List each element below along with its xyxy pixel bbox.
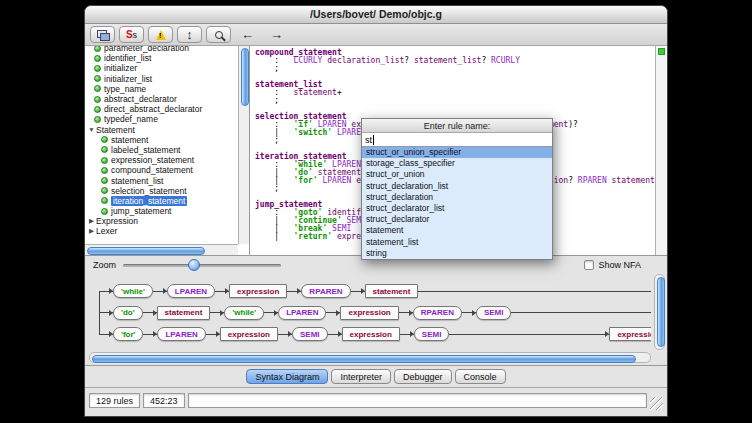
tab-debugger[interactable]: Debugger <box>394 369 452 384</box>
diagram-connector <box>210 312 224 313</box>
rule-suggestion[interactable]: struct_or_union_specifier <box>362 147 552 158</box>
diagram-node-LPAREN[interactable]: LPAREN <box>167 284 215 298</box>
tree-item-abstract_declarator[interactable]: abstract_declarator <box>85 94 238 104</box>
resize-grip[interactable] <box>650 397 663 410</box>
tree-item-type_name[interactable]: type_name <box>85 84 238 94</box>
rule-icon <box>94 65 101 72</box>
forward-button[interactable]: → <box>264 26 289 43</box>
expand-triangle-icon[interactable]: ▶ <box>87 227 96 235</box>
diagram-node-expression[interactable]: expression <box>220 327 278 341</box>
s-cap: S <box>126 29 133 40</box>
tree-item-labeled_statement[interactable]: labeled_statement <box>85 145 238 155</box>
tree-vertical-scrollbar[interactable] <box>238 46 249 244</box>
rule-suggestion[interactable]: struct_declarator_list <box>362 203 552 214</box>
tree-item-jump_statement[interactable]: jump_statement <box>85 206 238 216</box>
diagram-node-do[interactable]: 'do' <box>113 306 143 320</box>
diagram-connector <box>99 334 113 335</box>
tree-item-typedef_name[interactable]: typedef_name <box>85 114 238 124</box>
window-title: /Users/bovet/ Demo/objc.g <box>310 8 442 20</box>
tree-item-Statement[interactable]: ▼Statement <box>85 125 238 135</box>
diagram-connector <box>328 334 342 335</box>
code-line: ; <box>255 97 655 105</box>
rule-icon <box>94 116 101 123</box>
tree-item-statement[interactable]: statement <box>85 135 238 145</box>
diagram-node-for[interactable]: 'for' <box>113 327 143 341</box>
tree-item-compound_statement[interactable]: compound_statement <box>85 165 238 175</box>
diagram-vertical-scrollbar[interactable] <box>654 274 665 350</box>
find-button[interactable] <box>206 26 231 43</box>
tree-item-Lexer[interactable]: ▶Lexer <box>85 226 238 236</box>
diagram-node-while[interactable]: 'while' <box>113 284 153 298</box>
tree-item-label: direct_abstract_declarator <box>104 104 202 114</box>
tree-item-label: parameter_declaration <box>104 46 189 53</box>
diagram-horizontal-scrollbar[interactable] <box>89 352 651 363</box>
diagram-node-expression[interactable]: expression <box>609 327 651 341</box>
diagram-node-SEMI[interactable]: SEMI <box>476 306 512 320</box>
tree-item-expression_statement[interactable]: expression_statement <box>85 155 238 165</box>
tree-item-selection_statement[interactable]: selection_statement <box>85 186 238 196</box>
diagram-node-LPAREN[interactable]: LPAREN <box>157 327 205 341</box>
expand-triangle-icon[interactable]: ▶ <box>87 217 96 225</box>
tree-hscroll-thumb[interactable] <box>87 247 205 255</box>
tree-item-parameter_declaration[interactable]: parameter_declaration <box>85 46 238 53</box>
diagram-connector <box>278 334 292 335</box>
tree-item-label: type_name <box>104 84 146 94</box>
rule-suggestion[interactable]: struct_or_union <box>362 169 552 180</box>
tree-item-iteration_statement[interactable]: iteration_statement <box>85 196 238 206</box>
diagram-node-SEMI[interactable]: SEMI <box>414 327 450 341</box>
rule-suggestion[interactable]: struct_declarator <box>362 214 552 225</box>
rule-name-input[interactable]: st <box>362 133 552 147</box>
back-button[interactable]: ← <box>235 26 260 43</box>
rule-suggestion[interactable]: statement <box>362 225 552 236</box>
diagram-connector <box>400 334 414 335</box>
rule-suggestion[interactable]: string <box>362 248 552 259</box>
diagram-connector <box>462 312 476 313</box>
tab-console[interactable]: Console <box>455 369 506 384</box>
diagram-hscroll-thumb[interactable] <box>92 355 636 363</box>
tab-syntax-diagram[interactable]: Syntax Diagram <box>246 369 328 384</box>
diagram-node-SEMI[interactable]: SEMI <box>292 327 328 341</box>
diagram-vscroll-thumb[interactable] <box>657 277 665 347</box>
tree-horizontal-scrollbar[interactable] <box>85 244 238 255</box>
tree-item-direct_abstract_declarator[interactable]: direct_abstract_declarator <box>85 104 238 114</box>
diagram-node-statement[interactable]: statement <box>365 284 419 298</box>
diagram-node-expression[interactable]: expression <box>229 284 287 298</box>
show-nfa-checkbox[interactable] <box>584 260 594 270</box>
title-bar[interactable]: /Users/bovet/ Demo/objc.g <box>85 6 667 24</box>
tree-item-identifier_list[interactable]: identifier_list <box>85 53 238 63</box>
tree-item-initializer[interactable]: initializer <box>85 63 238 73</box>
diagram-node-expression[interactable]: expression <box>342 327 400 341</box>
collapse-triangle-icon[interactable]: ▼ <box>87 126 96 133</box>
diagram-node-while[interactable]: 'while' <box>224 306 264 320</box>
diagram-node-statement[interactable]: statement <box>157 306 211 320</box>
tree-vscroll-thumb[interactable] <box>241 48 249 106</box>
diagram-node-RPAREN[interactable]: RPAREN <box>301 284 350 298</box>
caret-position: 452:23 <box>143 393 185 408</box>
rule-suggestion[interactable]: statement_list <box>362 237 552 248</box>
zoom-slider[interactable] <box>123 264 281 267</box>
rule-suggestion[interactable]: storage_class_specifier <box>362 158 552 169</box>
rule-icon <box>94 96 101 103</box>
diagram-connector <box>99 291 113 292</box>
tree-item-statement_list[interactable]: statement_list <box>85 175 238 185</box>
diagram-node-expression[interactable]: expression <box>340 306 398 320</box>
diagram-connector <box>264 312 278 313</box>
diagram-node-LPAREN[interactable]: LPAREN <box>278 306 326 320</box>
rule-icon <box>101 177 108 184</box>
back-arrow-icon: ← <box>241 30 254 40</box>
syntax-warning-button[interactable]: ! <box>148 26 173 43</box>
rules-window-button[interactable] <box>90 26 115 43</box>
goto-rule-button[interactable]: ↕ <box>177 26 202 43</box>
rule-suggestion[interactable]: struct_declaration <box>362 192 552 203</box>
editor-vertical-scrollbar[interactable] <box>655 46 667 255</box>
rule-suggestion[interactable]: struct_declaration_list <box>362 181 552 192</box>
syntax-coloring-button[interactable]: Ss <box>119 26 144 43</box>
tab-interpreter[interactable]: Interpreter <box>331 369 391 384</box>
tree-item-Expression[interactable]: ▶Expression <box>85 216 238 226</box>
zoom-slider-knob[interactable] <box>188 259 200 271</box>
tree-item-initializer_list[interactable]: initializer_list <box>85 74 238 84</box>
rule-name-value: st <box>365 135 372 145</box>
diagram-alternative-2: 'do'statement'while'LPARENexpressionRPAR… <box>99 305 651 321</box>
diagram-node-RPAREN[interactable]: RPAREN <box>413 306 462 320</box>
syntax-diagram-panel: Zoom Show NFA 'while'LPARENexpressionRPA… <box>85 256 667 366</box>
